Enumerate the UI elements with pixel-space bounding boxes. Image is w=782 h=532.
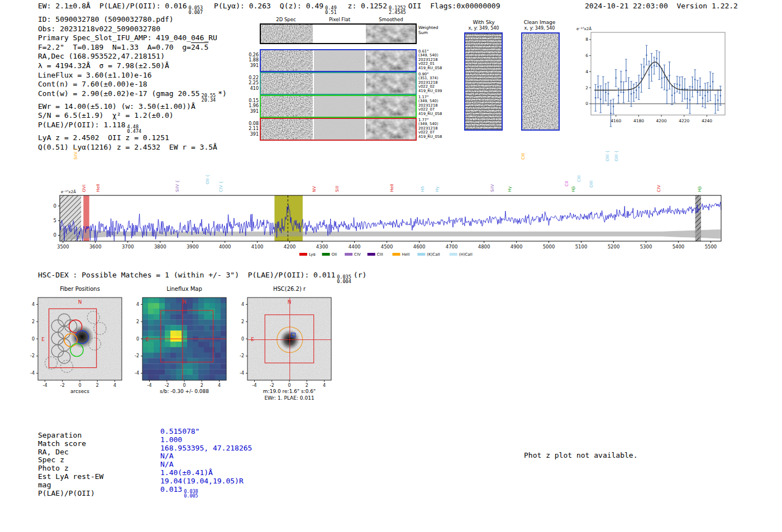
- cutout-cell-dark: [261, 50, 313, 71]
- rect-element: [176, 298, 182, 303]
- text-segment: EW: 2.1±0.8Å: [38, 2, 90, 10]
- match-table-value: 1.40(±0.41)Å: [160, 469, 252, 477]
- rect-element: [261, 96, 313, 117]
- rect-element: [165, 325, 170, 330]
- text-segment: P(LAE)/P(OII): 0.0160.0530.007: [99, 2, 205, 10]
- rect-element: [215, 330, 221, 336]
- svg-element: [261, 119, 313, 140]
- rect-element: [159, 363, 165, 369]
- rect-element: [215, 325, 221, 330]
- rect-element: [261, 119, 313, 140]
- cutout-cell-flat: [314, 96, 365, 117]
- info-line: λ = 4194.32Å σ = 7.98(±2.50)Å: [38, 61, 227, 71]
- rect-element: [165, 330, 170, 336]
- segment-text: P(LAE)/P(OII): 0.016: [99, 2, 187, 10]
- rect-element: [204, 319, 209, 325]
- text-segment: 0.0130.0380.005: [160, 485, 201, 493]
- text-element: 4: [32, 302, 35, 307]
- rect-element: [170, 319, 176, 325]
- rect-element: [209, 347, 215, 353]
- info-line: LineFlux = 3.60(±1.10)e-16: [38, 71, 227, 80]
- circle-element: [623, 92, 624, 93]
- rect-element: [165, 363, 170, 369]
- text-element: 3500: [57, 244, 69, 250]
- fiber-weight-value: 391: [244, 109, 259, 114]
- match-table-label: RA, Dec: [38, 448, 103, 457]
- match-table-label: P(LAE)/P(OII): [38, 490, 103, 498]
- fiber-weight-value: 0.22: [244, 75, 259, 81]
- text-segment: λ = 4194.32Å σ = 7.98(±2.50)Å: [38, 61, 169, 70]
- rect-element: [165, 309, 170, 314]
- circle-element: [694, 79, 696, 80]
- fiber-weight-value: 391: [244, 63, 259, 69]
- rect-element: [154, 330, 159, 336]
- text-element: 4200: [656, 118, 667, 123]
- rect-element: [165, 342, 170, 347]
- rect-element: [204, 342, 209, 347]
- circle-element: [661, 78, 663, 79]
- path-element: [60, 228, 721, 240]
- rect-element: [148, 325, 154, 330]
- text-element: 5300: [640, 244, 652, 250]
- rect-element: [154, 314, 159, 320]
- rect-element: [148, 375, 154, 380]
- rect-element: [366, 119, 416, 140]
- text-element: -4: [30, 371, 35, 376]
- segment-after: (r): [354, 271, 366, 279]
- text-segment: Cont(w) = 2.90(±0.02)e-17 (gmag 20.5520.…: [38, 89, 227, 98]
- rect-element: [366, 25, 416, 43]
- rect-element: [159, 303, 165, 309]
- rect-element: [193, 375, 198, 380]
- limits-stack: 0.0380.005: [184, 489, 198, 498]
- rect-element: [215, 369, 221, 375]
- cutout-cell-smooth: [366, 50, 416, 71]
- circle-element: [712, 81, 714, 83]
- text-segment: HSC-DEX : Possible Matches = 1 (within +…: [38, 271, 366, 279]
- rect-element: [209, 363, 215, 369]
- rect-element: [154, 369, 159, 375]
- text-element: 2: [306, 383, 308, 388]
- rect-element: [187, 309, 193, 314]
- spectral-line-label: CII: [564, 181, 569, 186]
- fiber-weights-label: 0.151.96391: [244, 98, 259, 114]
- text-element: 3800: [154, 244, 166, 250]
- rect-element: [198, 303, 204, 309]
- fiber-weights-label: 0.261.88391: [244, 52, 259, 69]
- spectral-line-label: CIII: [576, 175, 581, 182]
- text-element: 4: [136, 302, 139, 307]
- svg-element: [522, 33, 559, 130]
- text-element: 5200: [608, 244, 620, 250]
- rect-element: [215, 298, 221, 303]
- hsc-image-title: HSC(26.2) r: [247, 286, 331, 292]
- text-segment: Obs: 20231218v022_5090032780: [38, 25, 160, 33]
- text-element: -2: [165, 383, 169, 388]
- text-element: 4180: [633, 118, 644, 123]
- rect-element: [170, 369, 176, 375]
- rect-element: [170, 375, 176, 380]
- spectral-line-label: OIII {: [614, 150, 619, 161]
- rect-element: [165, 375, 170, 380]
- legend-label: OII: [332, 252, 337, 257]
- rect-element: [148, 319, 154, 325]
- legend-label: CIII: [377, 252, 383, 257]
- line-fit-zoom-plot: 4160418042004220424002468e⁻¹⁷x2Å: [574, 25, 733, 136]
- svg-element: [261, 25, 313, 43]
- rect-element: [148, 309, 154, 314]
- text-element: 4000: [219, 244, 231, 250]
- rect-element: [299, 253, 307, 256]
- circle-element: [610, 113, 612, 114]
- match-table-label: Photo z: [38, 464, 103, 473]
- cutout-cell-dark: [261, 73, 313, 94]
- text-element: 0: [241, 337, 244, 342]
- svg-element: [314, 119, 365, 140]
- segment-text: Cont(w) = 2.90(±0.02)e-17 (gmag 20.55: [38, 89, 200, 98]
- circle-element: [704, 95, 706, 97]
- circle-element: [613, 106, 614, 107]
- rect-element: [198, 314, 204, 320]
- segment-text: S/N = 6.5(±1.9) χ² = 1.2(±0.0): [38, 111, 174, 119]
- info-line: S/N = 6.5(±1.9) χ² = 1.2(±0.0): [38, 111, 227, 121]
- text-segment: 1.40(±0.41)Å: [160, 468, 213, 477]
- weighted-sum-label: Weighted Sum: [418, 26, 438, 35]
- circle-element: [70, 325, 94, 348]
- col-title-pixel-flat: Pixel Flat: [314, 17, 365, 22]
